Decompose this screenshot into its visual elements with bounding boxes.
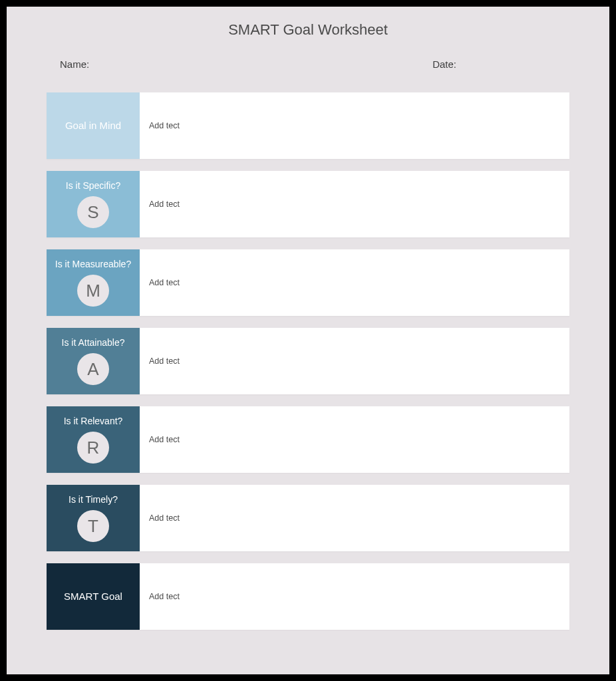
- row-measureable: Is it Measureable? M Add tect: [47, 249, 569, 316]
- name-label: Name:: [60, 59, 89, 70]
- row-label-attainable: Is it Attainable? A: [47, 328, 140, 394]
- row-smart-goal: SMART Goal Add tect: [47, 563, 569, 630]
- row-label-text: Is it Relevant?: [64, 416, 123, 427]
- row-label-text: Is it Attainable?: [62, 337, 125, 348]
- row-label-specific: Is it Specific? S: [47, 171, 140, 237]
- letter-circle-s: S: [77, 196, 109, 228]
- row-input-goal[interactable]: Add tect: [140, 92, 569, 159]
- row-goal-in-mind: Goal in Mind Add tect: [47, 92, 569, 159]
- row-input-measureable[interactable]: Add tect: [140, 249, 569, 316]
- row-label-text: Is it Specific?: [66, 180, 120, 192]
- row-input-smart-goal[interactable]: Add tect: [140, 563, 569, 630]
- row-input-timely[interactable]: Add tect: [140, 485, 569, 551]
- row-input-attainable[interactable]: Add tect: [140, 328, 569, 394]
- row-label-smart-goal: SMART Goal: [47, 563, 140, 630]
- rows-container: Goal in Mind Add tect Is it Specific? S …: [47, 92, 569, 630]
- row-input-specific[interactable]: Add tect: [140, 171, 569, 237]
- letter-circle-r: R: [77, 432, 109, 464]
- letter-circle-a: A: [77, 353, 109, 385]
- row-label-measureable: Is it Measureable? M: [47, 249, 140, 316]
- row-label-text: Goal in Mind: [65, 120, 121, 132]
- row-input-relevant[interactable]: Add tect: [140, 406, 569, 473]
- row-label-text: SMART Goal: [64, 591, 122, 603]
- page-title: SMART Goal Worksheet: [47, 21, 569, 39]
- row-specific: Is it Specific? S Add tect: [47, 171, 569, 237]
- row-relevant: Is it Relevant? R Add tect: [47, 406, 569, 473]
- row-timely: Is it Timely? T Add tect: [47, 485, 569, 551]
- worksheet-page: SMART Goal Worksheet Name: Date: Goal in…: [7, 7, 609, 674]
- row-label-timely: Is it Timely? T: [47, 485, 140, 551]
- row-label-text: Is it Timely?: [69, 494, 118, 505]
- letter-circle-m: M: [77, 275, 109, 307]
- row-label-text: Is it Measureable?: [55, 259, 131, 270]
- letter-circle-t: T: [77, 510, 109, 542]
- date-label: Date:: [432, 59, 456, 70]
- meta-row: Name: Date:: [47, 59, 569, 70]
- row-attainable: Is it Attainable? A Add tect: [47, 328, 569, 394]
- row-label-relevant: Is it Relevant? R: [47, 406, 140, 473]
- row-label-goal: Goal in Mind: [47, 92, 140, 159]
